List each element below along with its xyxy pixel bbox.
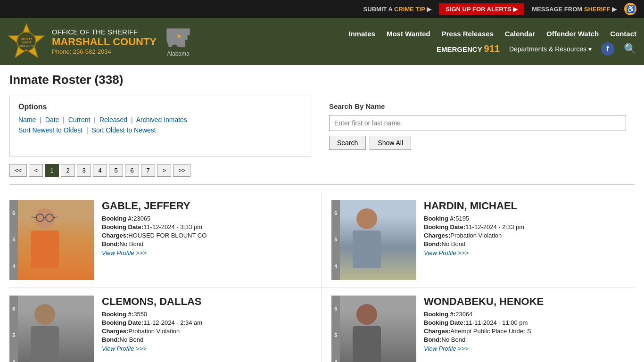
inmate-bond: Bond:No Bond — [102, 336, 312, 343]
svg-rect-15 — [353, 230, 381, 268]
search-buttons: Search Show All — [329, 136, 626, 150]
inmate-card: 6 5 4 — [9, 192, 322, 288]
inmate-name: CLEMONS, DALLAS — [102, 296, 312, 308]
view-profile-clemons[interactable]: View Profile >>> — [102, 345, 147, 352]
accessibility-icon[interactable]: ♿ — [624, 3, 636, 15]
site-header: DEPUTY SHERIFF MARSHALL CO AL OFFICE OF … — [0, 18, 644, 65]
page-7[interactable]: 7 — [141, 164, 155, 177]
inmate-charges: Charges:Probation Violation — [424, 232, 635, 239]
inmate-photo-hardin: 6 5 4 — [331, 200, 416, 280]
nav-item-contact[interactable]: Contact — [610, 30, 636, 38]
svg-rect-19 — [353, 326, 381, 362]
crime-tip-link[interactable]: SUBMIT A CRIME TIP ▶ — [363, 6, 432, 13]
inmate-charges: Charges:HOUSED FOR BLOUNT CO — [102, 232, 312, 239]
inmate-info-hardin: HARDIN, MICHAEL Booking #:5195 Booking D… — [424, 200, 635, 256]
inmate-name: WONDABEKU, HENOKE — [424, 296, 635, 308]
inmate-booking-num: Booking #:23064 — [424, 311, 635, 318]
top-bar: SUBMIT A CRIME TIP ▶ SIGN UP FOR ALERTS … — [0, 0, 644, 18]
state-label: Alabama — [167, 50, 189, 57]
logo-area: DEPUTY SHERIFF MARSHALL CO AL OFFICE OF … — [0, 18, 207, 65]
nav-bottom: EMERGENCY 911 Departments & Resources ▾ … — [437, 42, 636, 60]
options-sort: Sort Newest to Oldest | Sort Oldest to N… — [18, 126, 302, 134]
inmate-booking-num: Booking #:23065 — [102, 215, 312, 222]
page-last[interactable]: >> — [173, 164, 190, 177]
inmate-booking-num: Booking #:3550 — [102, 311, 312, 318]
inmate-charges: Charges:Attempt Public Place Under S — [424, 328, 635, 335]
options-box: Options Name | Date | Current | Released… — [9, 96, 311, 156]
page-6[interactable]: 6 — [125, 164, 139, 177]
nav-links: Inmates Most Wanted Press Releases Calen… — [348, 23, 636, 42]
search-input[interactable] — [329, 115, 626, 131]
nav-item-press-releases[interactable]: Press Releases — [442, 30, 494, 38]
county-name: MARSHALL COUNTY — [52, 36, 157, 48]
page-2[interactable]: 2 — [61, 164, 75, 177]
page-4[interactable]: 4 — [93, 164, 107, 177]
option-archived[interactable]: Archived Inmates — [136, 116, 187, 123]
svg-rect-8 — [31, 230, 59, 268]
inmate-booking-date: Booking Date:11-12-2024 - 2:33 pm — [424, 223, 635, 230]
inmate-card: 6 5 4 CLEMONS, DALLAS Booking #:3550 Bo — [9, 288, 322, 362]
view-profile-gable[interactable]: View Profile >>> — [102, 249, 147, 256]
page-1[interactable]: 1 — [45, 164, 59, 177]
sort-oldest[interactable]: Sort Oldest to Newest — [92, 126, 156, 134]
sheriff-badge: DEPUTY SHERIFF MARSHALL CO AL — [8, 23, 45, 60]
svg-text:MARSHALL CO: MARSHALL CO — [19, 45, 34, 48]
inmate-bond: Bond:No Bond — [102, 240, 312, 247]
inmate-booking-date: Booking Date:11-12-2024 - 2:34 am — [102, 319, 312, 326]
inmate-info-wondabeku: WONDABEKU, HENOKE Booking #:23064 Bookin… — [424, 296, 635, 352]
page-prev[interactable]: < — [29, 164, 43, 177]
svg-point-14 — [356, 208, 377, 229]
inmate-card: 6 5 4 WONDABEKU, HENOKE Booking #:23064 — [322, 288, 635, 362]
office-title: OFFICE OF THE SHERIFF — [52, 28, 157, 36]
inmate-info-clemons: CLEMONS, DALLAS Booking #:3550 Booking D… — [102, 296, 312, 352]
show-all-button[interactable]: Show All — [370, 136, 411, 150]
inmate-photo-wondabeku: 6 5 4 — [331, 296, 416, 362]
facebook-icon[interactable]: f — [601, 42, 614, 56]
inmate-info-gable: GABLE, JEFFERY Booking #:23065 Booking D… — [102, 200, 312, 256]
search-label: Search By Name — [329, 102, 626, 110]
inmate-photo-gable: 6 5 4 — [9, 200, 94, 280]
search-icon[interactable]: 🔍 — [624, 43, 636, 55]
page-title: Inmate Roster (338) — [9, 73, 635, 87]
main-nav: Inmates Most Wanted Press Releases Calen… — [207, 23, 644, 60]
dept-resources-dropdown[interactable]: Departments & Resources ▾ — [509, 45, 592, 53]
options-title: Options — [18, 103, 302, 111]
sort-newest[interactable]: Sort Newest to Oldest — [18, 126, 83, 134]
inmate-booking-date: Booking Date:11-12-2024 - 3:33 pm — [102, 223, 312, 230]
svg-text:AL: AL — [25, 49, 28, 51]
alerts-button[interactable]: SIGN UP FOR ALERTS ▶ — [439, 3, 524, 15]
page-content: Inmate Roster (338) Options Name | Date … — [0, 65, 644, 362]
page-3[interactable]: 3 — [77, 164, 91, 177]
office-info: OFFICE OF THE SHERIFF MARSHALL COUNTY Ph… — [52, 28, 157, 55]
search-button[interactable]: Search — [329, 136, 366, 150]
options-section: Options Name | Date | Current | Released… — [9, 96, 635, 156]
options-links: Name | Date | Current | Released | Archi… — [18, 116, 302, 123]
divider — [9, 184, 635, 185]
inmate-bond: Bond:No Bond — [424, 336, 635, 343]
option-released[interactable]: Released — [99, 116, 127, 123]
state-map: Alabama — [157, 26, 200, 57]
inmate-charges: Charges:Probation Violation — [102, 328, 312, 335]
svg-point-6 — [178, 35, 181, 38]
option-current[interactable]: Current — [68, 116, 91, 123]
svg-text:SHERIFF: SHERIFF — [21, 41, 31, 44]
svg-point-16 — [34, 304, 55, 325]
view-profile-hardin[interactable]: View Profile >>> — [424, 249, 469, 256]
inmate-name: HARDIN, MICHAEL — [424, 200, 635, 212]
view-profile-wondabeku[interactable]: View Profile >>> — [424, 345, 469, 352]
page-next[interactable]: > — [157, 164, 171, 177]
nav-item-offender-watch[interactable]: Offender Watch — [546, 30, 599, 38]
nav-item-inmates[interactable]: Inmates — [348, 30, 375, 38]
nav-item-calendar[interactable]: Calendar — [505, 30, 535, 38]
inmate-booking-date: Booking Date:11-11-2024 - 11:00 pm — [424, 319, 635, 326]
sheriff-message-link[interactable]: Message From SHERIFF ▶ — [532, 6, 617, 13]
phone: Phone: 256-582-2034 — [52, 48, 157, 55]
page-first[interactable]: << — [9, 164, 27, 177]
inmate-photo-clemons: 6 5 4 — [9, 296, 94, 362]
page-5[interactable]: 5 — [109, 164, 123, 177]
option-date[interactable]: Date — [45, 116, 59, 123]
inmate-card: 6 5 4 HARDIN, MICHAEL Booking #:5195 Bo — [322, 192, 635, 288]
inmate-grid: 6 5 4 — [9, 192, 635, 362]
option-name[interactable]: Name — [18, 116, 36, 123]
nav-item-most-wanted[interactable]: Most Wanted — [387, 30, 430, 38]
